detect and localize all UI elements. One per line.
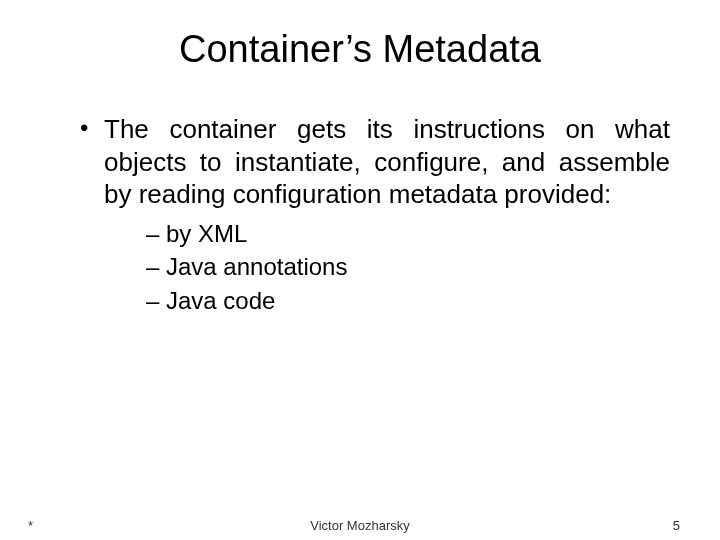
footer-author: Victor Mozharsky — [0, 518, 720, 533]
footer-page-number: 5 — [673, 518, 680, 533]
sub-item: by XML — [146, 217, 670, 251]
slide: Container’s Metadata The container gets … — [0, 0, 720, 540]
bullet-item: The container gets its instructions on w… — [80, 113, 670, 317]
bullet-list: The container gets its instructions on w… — [50, 113, 670, 317]
sub-item: Java code — [146, 284, 670, 318]
sub-item: Java annotations — [146, 250, 670, 284]
bullet-text: The container gets its instructions on w… — [104, 114, 670, 209]
slide-content: The container gets its instructions on w… — [50, 113, 670, 317]
slide-title: Container’s Metadata — [50, 28, 670, 71]
sub-list: by XML Java annotations Java code — [104, 217, 670, 318]
